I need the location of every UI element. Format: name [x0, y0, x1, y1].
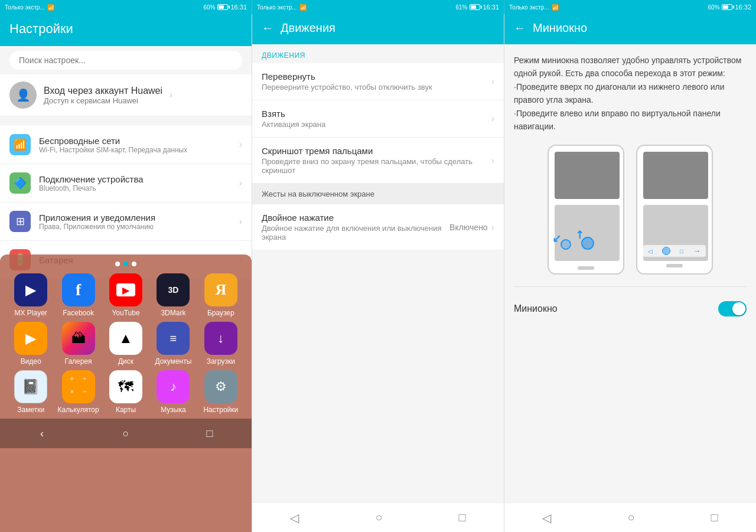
maps-icon: 🗺 [109, 370, 142, 403]
nav-recents-3[interactable]: □ [711, 511, 718, 524]
app-facebook[interactable]: f Facebook [57, 273, 99, 317]
mini-description: Режим миниокна позволяет удобно управлят… [514, 54, 747, 133]
browser-icon: Я [204, 273, 237, 306]
phone-mockup-2: ◁ □ → [636, 145, 713, 275]
bluetooth-name: Подключение устройства [39, 174, 231, 184]
3dmark-label: 3DMark [161, 309, 185, 317]
status-panel-1: Только экстр... 📶 60% 16:31 [0, 0, 252, 14]
apps-desc: Права, Приложения по умолчанию [39, 223, 231, 231]
wireless-icon: 📶 [9, 134, 31, 155]
gallery-label: Галерея [65, 357, 92, 365]
bluetooth-icon: 🔷 [9, 172, 31, 194]
app-notes[interactable]: 📓 Заметки [9, 370, 52, 414]
movements-content: ДВИЖЕНИЯ Перевернуть Переверните устройс… [252, 44, 504, 502]
app-browser[interactable]: Я Браузер [200, 273, 242, 317]
account-arrow: › [170, 90, 172, 100]
nav-home-2[interactable]: ○ [375, 511, 382, 524]
apps-icon: ⊞ [9, 211, 31, 232]
account-name: Вход через аккаунт Huawei [44, 86, 162, 96]
search-input[interactable] [9, 51, 242, 70]
app-calc[interactable]: +÷ ×− Калькулятор [57, 370, 99, 414]
youtube-icon: ▶ [109, 273, 142, 306]
movement-doubletap[interactable]: Двойное нажатие Двойное нажатие для вклю… [252, 204, 504, 250]
battery-icon-3 [722, 4, 732, 10]
back-arrow-movements[interactable]: ← [262, 21, 273, 35]
time-3: 16:32 [735, 4, 751, 11]
search-box [0, 46, 252, 74]
phone-arrow-1: ↙ [552, 232, 561, 245]
mini-phones: ↙ ↗ ◁ □ → [514, 145, 747, 275]
screenshot-desc: Проведите вниз по экрану тремя пальцами,… [262, 157, 491, 175]
docs-label: Документы [155, 357, 191, 365]
nav-back-1[interactable]: ‹ [30, 422, 54, 445]
phone-screen-dark-1 [555, 152, 620, 199]
youtube-label: YouTube [112, 309, 139, 317]
settings-drawer-label: Настройки [203, 406, 238, 414]
flip-text: Перевернуть Переверните устройство, чтоб… [262, 71, 491, 92]
wireless-text: Беспроводные сети Wi-Fi, Настройки SIM-к… [39, 136, 231, 154]
app-gallery[interactable]: 🏔 Галерея [57, 322, 99, 365]
movements-title: Движения [281, 21, 335, 35]
battery-icon-2 [470, 4, 480, 10]
app-3dmark[interactable]: 3D 3DMark [152, 273, 194, 317]
screenshot-name: Скриншот тремя пальцами [262, 146, 491, 156]
nav-back-2[interactable]: ◁ [290, 511, 299, 525]
status-text-2: Только экстр... [257, 4, 297, 11]
nav-home-3[interactable]: ○ [627, 511, 634, 524]
nav-dot [662, 247, 670, 255]
account-item[interactable]: 👤 Вход через аккаунт Huawei Доступ к сер… [0, 74, 252, 116]
toggle-row: Миниокно [514, 294, 747, 324]
drive-label: Диск [118, 357, 133, 365]
notes-label: Заметки [17, 406, 44, 414]
app-maps[interactable]: 🗺 Карты [105, 370, 147, 414]
app-drawer: ▶ MX Player f Facebook ▶ YouTube 3 [0, 254, 252, 532]
mini-window-toggle[interactable] [718, 301, 747, 316]
movement-screenshot[interactable]: Скриншот тремя пальцами Проведите вниз п… [252, 138, 504, 184]
drawer-dots [0, 262, 252, 266]
apps-arrow: › [239, 216, 242, 227]
movement-pickup[interactable]: Взять Активация экрана › [252, 100, 504, 138]
wireless-desc: Wi-Fi, Настройки SIM-карт, Передача данн… [39, 146, 231, 154]
avatar: 👤 [9, 81, 37, 109]
nav-recents-2[interactable]: □ [458, 511, 465, 524]
settings-item-bluetooth[interactable]: 🔷 Подключение устройства Bluetooth, Печа… [0, 164, 252, 203]
app-settings-drawer[interactable]: ⚙ Настройки [200, 370, 242, 414]
app-docs[interactable]: ≡ Документы [152, 322, 194, 365]
battery-pct-3: 60% [708, 4, 719, 11]
wireless-arrow: › [239, 139, 242, 150]
wifi-icon-3: 📶 [552, 4, 559, 11]
back-arrow-mini[interactable]: ← [514, 21, 526, 35]
settings-title: Настройки [9, 21, 242, 37]
dot-2 [123, 262, 128, 266]
mx-player-icon: ▶ [14, 273, 47, 306]
app-mx-player[interactable]: ▶ MX Player [9, 273, 52, 317]
flip-arrow: › [491, 76, 494, 87]
gestures-section-label: Жесты на выключенном экране [252, 184, 504, 204]
pickup-desc: Активация экрана [262, 120, 491, 129]
app-music[interactable]: ♪ Музыка [152, 370, 194, 414]
account-desc: Доступ к сервисам Huawei [44, 96, 162, 105]
app-downloads[interactable]: ↓ Загрузки [200, 322, 242, 365]
nav-back-3[interactable]: ◁ [542, 511, 551, 525]
video-label: Видео [21, 357, 41, 365]
app-video[interactable]: ▶ Видео [9, 322, 52, 365]
status-panel-2: Только экстр... 📶 61% 16:31 [252, 0, 504, 14]
facebook-icon: f [62, 273, 95, 306]
settings-item-apps[interactable]: ⊞ Приложения и уведомления Права, Прилож… [0, 203, 252, 241]
video-icon: ▶ [14, 322, 47, 355]
app-grid: ▶ MX Player f Facebook ▶ YouTube 3 [0, 273, 252, 414]
settings-item-wireless[interactable]: 📶 Беспроводные сети Wi-Fi, Настройки SIM… [0, 126, 252, 164]
movement-flip[interactable]: Перевернуть Переверните устройство, чтоб… [252, 63, 504, 100]
app-youtube[interactable]: ▶ YouTube [105, 273, 147, 317]
wifi-icon-1: 📶 [47, 4, 54, 11]
app-drive[interactable]: ▲ Диск [105, 322, 147, 365]
wireless-name: Беспроводные сети [39, 136, 231, 146]
phone-home-1 [578, 266, 594, 270]
phone-screen-dark-2 [643, 152, 708, 199]
nav-home-1[interactable]: ○ [114, 422, 138, 445]
phone-mockup-1: ↙ ↗ [548, 145, 624, 275]
mini-title: Миниокно [533, 21, 587, 35]
nav-recents-1[interactable]: □ [198, 422, 221, 445]
gallery-icon: 🏔 [62, 322, 95, 355]
divider [514, 286, 747, 287]
